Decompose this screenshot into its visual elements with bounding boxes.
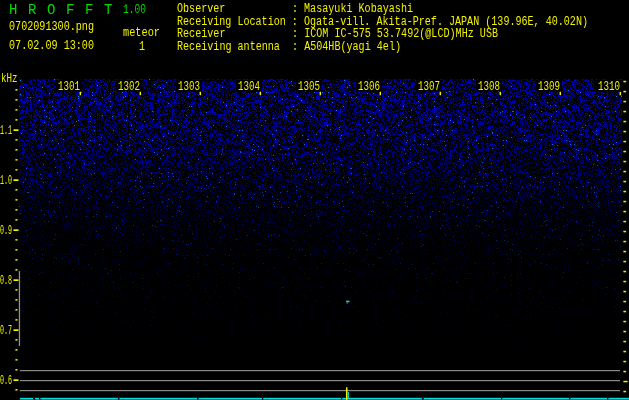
svg-text:1301: 1301 bbox=[58, 79, 80, 94]
svg-text:1309: 1309 bbox=[538, 79, 560, 94]
svg-text:0702091300.png: 0702091300.png bbox=[9, 20, 94, 34]
svg-text:07.02.09 13:00: 07.02.09 13:00 bbox=[9, 38, 94, 53]
svg-text:0.7: 0.7 bbox=[0, 324, 12, 338]
svg-text:1307: 1307 bbox=[418, 79, 440, 94]
svg-text:Receiving antenna : A504HB(ya: Receiving antenna : A504HB(yagi 4el) bbox=[177, 40, 401, 54]
svg-text:1.00: 1.00 bbox=[123, 3, 146, 17]
svg-text:meteor: meteor bbox=[123, 26, 160, 40]
svg-text:1310: 1310 bbox=[598, 79, 620, 94]
svg-text:1304: 1304 bbox=[238, 79, 260, 94]
svg-text:1302: 1302 bbox=[118, 79, 140, 94]
svg-text:1306: 1306 bbox=[358, 79, 380, 94]
svg-text:1305: 1305 bbox=[298, 79, 320, 94]
svg-text:kHz: kHz bbox=[1, 72, 18, 86]
svg-text:0.6: 0.6 bbox=[0, 374, 12, 388]
svg-text:HROFFT: HROFFT bbox=[9, 2, 123, 18]
svg-text:1.1: 1.1 bbox=[0, 124, 12, 138]
svg-text:1303: 1303 bbox=[178, 79, 200, 94]
svg-text:1308: 1308 bbox=[478, 79, 500, 94]
svg-text:0.8: 0.8 bbox=[0, 274, 12, 288]
svg-text:1.0: 1.0 bbox=[0, 174, 12, 188]
svg-text:0.9: 0.9 bbox=[0, 224, 12, 238]
svg-text:1: 1 bbox=[139, 40, 145, 54]
